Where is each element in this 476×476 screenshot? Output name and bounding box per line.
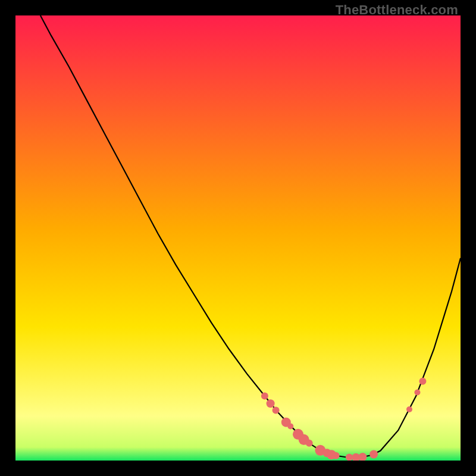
data-marker [369,450,378,459]
gradient-background [15,15,461,461]
data-marker [414,390,420,396]
chart-frame [15,15,461,461]
data-marker [346,453,353,461]
data-marker [419,378,426,385]
watermark-text: TheBottleneck.com [336,2,458,18]
data-marker [306,440,313,447]
data-marker [287,423,293,429]
data-marker [406,406,412,412]
data-marker [273,406,280,414]
data-marker [261,393,268,400]
bottleneck-chart [15,15,461,461]
data-marker [333,452,340,459]
data-marker [267,399,275,408]
